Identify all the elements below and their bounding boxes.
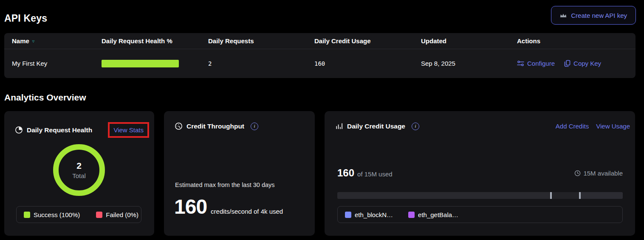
success-color-chip bbox=[24, 212, 30, 218]
column-header-health: Daily Request Health % bbox=[102, 37, 208, 45]
failed-color-chip bbox=[96, 212, 102, 218]
crown-icon bbox=[560, 13, 567, 18]
daily-requests-cell: 2 bbox=[208, 60, 314, 67]
card-header: Daily Request Health View Stats bbox=[15, 122, 149, 138]
credit-usage-progress-bar bbox=[337, 192, 623, 199]
legend-item-method-2: eth_getBala… bbox=[408, 211, 458, 218]
throughput-value-row: 160 credits/second of 4k used bbox=[174, 195, 283, 218]
pie-chart-icon bbox=[15, 126, 23, 134]
info-icon[interactable]: i bbox=[251, 123, 258, 130]
table-header-row: Name ▿ Daily Request Health % Daily Requ… bbox=[4, 33, 636, 49]
api-keys-dashboard: API Keys Create new API key Name ▿ Daily… bbox=[0, 0, 644, 240]
throughput-value: 160 bbox=[174, 195, 207, 218]
sort-chevron-icon[interactable]: ▿ bbox=[32, 39, 35, 44]
progress-segment bbox=[337, 192, 550, 199]
legend-item-success: Success (100%) bbox=[24, 211, 80, 218]
page-title: API Keys bbox=[4, 13, 47, 24]
donut-center: 2 Total bbox=[53, 144, 105, 196]
progress-segment bbox=[552, 192, 579, 199]
card-title: Daily Request Health bbox=[27, 126, 92, 134]
credits-used-value: 160 bbox=[337, 167, 354, 179]
card-header: Credit Throughput i bbox=[175, 122, 310, 130]
gauge-icon bbox=[175, 122, 183, 130]
table-row: My First Key 2 160 Sep 8, 2025 Configure bbox=[4, 49, 636, 78]
request-health-donut: 2 Total bbox=[53, 144, 105, 196]
sliders-icon bbox=[517, 60, 524, 67]
legend-item-failed: Failed (0%) bbox=[96, 211, 138, 218]
view-stats-link[interactable]: View Stats bbox=[113, 126, 144, 134]
column-header-daily-requests: Daily Requests bbox=[208, 37, 314, 45]
column-header-daily-credit-usage: Daily Credit Usage bbox=[314, 37, 421, 45]
column-header-updated: Updated bbox=[421, 37, 517, 45]
annotation-highlight-box: View Stats bbox=[108, 122, 149, 138]
health-bar-cell bbox=[102, 60, 208, 67]
usage-legend: eth_blockN… eth_getBala… bbox=[337, 206, 623, 223]
credit-throughput-card: Credit Throughput i Estimated max from t… bbox=[164, 111, 315, 236]
usage-summary-row: 160 of 15M used 15M available bbox=[337, 167, 623, 179]
column-name-label: Name bbox=[12, 37, 29, 45]
updated-cell: Sep 8, 2025 bbox=[421, 60, 517, 67]
card-title: Daily Credit Usage bbox=[347, 123, 405, 130]
clock-icon bbox=[574, 170, 581, 176]
health-legend: Success (100%) Failed (0%) bbox=[16, 206, 141, 223]
credits-used-suffix: of 15M used bbox=[357, 170, 393, 178]
daily-request-health-card: Daily Request Health View Stats 2 Total … bbox=[4, 111, 154, 236]
analytics-cards: Daily Request Health View Stats 2 Total … bbox=[4, 111, 635, 236]
method2-color-chip bbox=[408, 212, 415, 218]
create-api-key-button[interactable]: Create new API key bbox=[551, 6, 636, 25]
api-keys-table: Name ▿ Daily Request Health % Daily Requ… bbox=[4, 33, 636, 78]
card-title: Credit Throughput bbox=[186, 123, 244, 130]
throughput-unit: credits/second of 4k used bbox=[211, 208, 283, 215]
info-icon[interactable]: i bbox=[412, 123, 419, 130]
analytics-overview-title: Analytics Overview bbox=[4, 92, 86, 103]
progress-segment bbox=[581, 192, 623, 199]
bar-chart-icon bbox=[335, 122, 343, 130]
view-usage-link[interactable]: View Usage bbox=[596, 123, 630, 130]
health-bar bbox=[102, 60, 179, 67]
copy-icon bbox=[564, 60, 571, 67]
method1-color-chip bbox=[345, 212, 351, 218]
daily-credit-usage-cell: 160 bbox=[314, 60, 421, 67]
column-header-actions: Actions bbox=[517, 37, 636, 45]
configure-link[interactable]: Configure bbox=[517, 60, 555, 67]
credits-available-label: 15M available bbox=[583, 170, 623, 177]
donut-total-value: 2 bbox=[76, 161, 82, 171]
key-name-cell: My First Key bbox=[12, 60, 102, 67]
usage-links: Add Credits View Usage bbox=[556, 123, 630, 130]
card-header: Daily Credit Usage i Add Credits View Us… bbox=[335, 122, 630, 130]
donut-total-label: Total bbox=[72, 172, 86, 179]
add-credits-link[interactable]: Add Credits bbox=[556, 123, 589, 130]
throughput-subtitle: Estimated max from the last 30 days bbox=[175, 181, 275, 188]
legend-item-method-1: eth_blockN… bbox=[345, 211, 393, 218]
column-header-name[interactable]: Name ▿ bbox=[12, 37, 102, 45]
copy-key-link[interactable]: Copy Key bbox=[564, 60, 601, 67]
daily-credit-usage-card: Daily Credit Usage i Add Credits View Us… bbox=[325, 111, 635, 236]
credits-available: 15M available bbox=[574, 170, 623, 177]
create-api-key-label: Create new API key bbox=[571, 12, 627, 19]
actions-cell: Configure Copy Key bbox=[517, 60, 636, 67]
